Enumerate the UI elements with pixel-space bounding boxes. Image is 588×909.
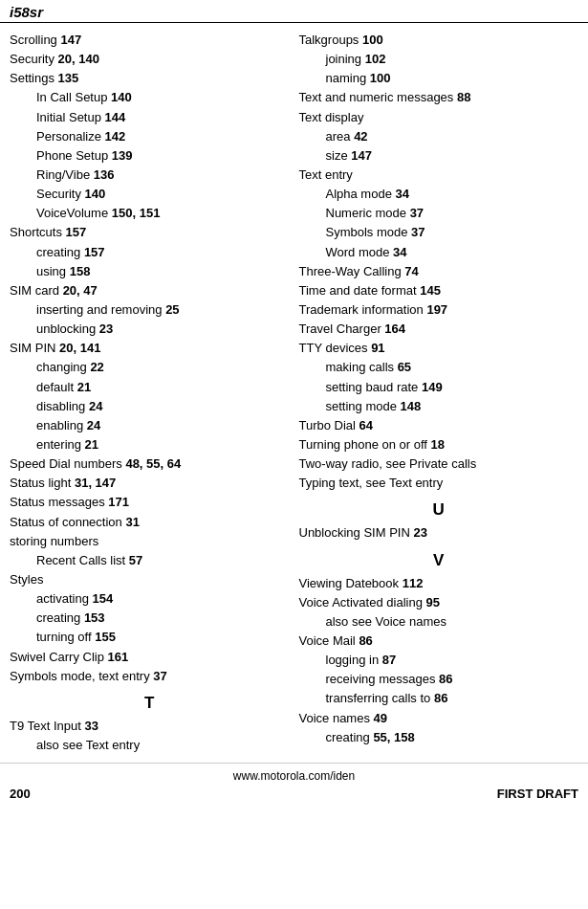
list-item: In Call Setup 140 (10, 88, 290, 107)
list-item: Voice Activated dialing 95 (299, 593, 579, 612)
list-item: Typing text, see Text entry (299, 474, 579, 493)
list-item: activating 154 (10, 589, 290, 609)
list-item: enabling 24 (10, 416, 290, 435)
list-item: SIM card 20, 47 (10, 281, 290, 300)
list-item: turning off 155 (10, 628, 290, 647)
list-item: also see Voice names (299, 612, 579, 632)
list-item: Travel Charger 164 (299, 320, 579, 339)
list-item: Talkgroups 100 (299, 31, 579, 50)
list-item: naming 100 (299, 69, 579, 88)
list-item: Security 20, 140 (10, 50, 290, 69)
list-item: Turbo Dial 64 (299, 416, 579, 435)
list-item: T9 Text Input 33 (10, 717, 290, 736)
list-item: Ring/Vibe 136 (10, 166, 290, 185)
footer-website: www.motorola.com/iden (0, 769, 588, 783)
list-item: Recent Calls list 57 (10, 551, 290, 570)
page-number: 200 (10, 787, 31, 801)
list-item: making calls 65 (299, 358, 579, 377)
list-item: disabling 24 (10, 397, 290, 416)
footer-bottom: 200 FIRST DRAFT (0, 785, 588, 807)
list-item: Symbols mode 37 (299, 223, 579, 242)
list-item: creating 55, 158 (299, 728, 579, 747)
list-item: Status messages 171 (10, 493, 290, 512)
list-item: Status light 31, 147 (10, 474, 290, 493)
list-item: Two-way radio, see Private calls (299, 454, 579, 474)
list-item: Numeric mode 37 (299, 204, 579, 223)
list-item: VoiceVolume 150, 151 (10, 204, 290, 223)
list-item: size 147 (299, 146, 579, 166)
list-item: Viewing Datebook 112 (299, 574, 579, 593)
list-item: Time and date format 145 (299, 281, 579, 300)
list-item: Styles (10, 570, 290, 589)
list-item: Swivel Carry Clip 161 (10, 648, 290, 667)
list-item: Personalize 142 (10, 127, 290, 146)
list-item: creating 157 (10, 243, 290, 262)
list-item: Shortcuts 157 (10, 223, 290, 242)
list-item: Trademark information 197 (299, 300, 579, 320)
list-item: Text and numeric messages 88 (299, 88, 579, 107)
list-item: Speed Dial numbers 48, 55, 64 (10, 454, 290, 474)
list-item: Voice Mail 86 (299, 632, 579, 651)
list-item: TTY devices 91 (299, 339, 579, 358)
list-item: Text entry (299, 166, 579, 185)
section-letter: V (299, 551, 579, 570)
list-item: unblocking 23 (10, 320, 290, 339)
list-item: SIM PIN 20, 141 (10, 339, 290, 358)
list-item: Security 140 (10, 185, 290, 204)
list-item: Voice names 49 (299, 709, 579, 728)
list-item: Phone Setup 139 (10, 146, 290, 166)
header: i58sr (0, 0, 588, 23)
right-column: Talkgroups 100joining 102naming 100Text … (299, 31, 579, 755)
list-item: using 158 (10, 262, 290, 281)
list-item: Word mode 34 (299, 243, 579, 262)
list-item: Settings 135 (10, 69, 290, 88)
content: Scrolling 147Security 20, 140Settings 13… (0, 23, 588, 763)
list-item: Alpha mode 34 (299, 185, 579, 204)
list-item: Turning phone on or off 18 (299, 435, 579, 454)
list-item: setting mode 148 (299, 397, 579, 416)
list-item: also see Text entry (10, 736, 290, 755)
section-letter: U (299, 500, 579, 520)
list-item: Unblocking SIM PIN 23 (299, 523, 579, 543)
list-item: Text display (299, 108, 579, 127)
list-item: entering 21 (10, 435, 290, 454)
draft-label: FIRST DRAFT (497, 787, 578, 801)
footer: www.motorola.com/iden (0, 763, 588, 785)
list-item: receiving messages 86 (299, 670, 579, 689)
list-item: Symbols mode, text entry 37 (10, 667, 290, 686)
list-item: area 42 (299, 127, 579, 146)
list-item: logging in 87 (299, 651, 579, 670)
left-column: Scrolling 147Security 20, 140Settings 13… (10, 31, 290, 755)
list-item: storing numbers (10, 532, 290, 551)
header-logo: i58sr (10, 4, 43, 20)
list-item: Initial Setup 144 (10, 108, 290, 127)
section-letter: T (10, 694, 290, 713)
list-item: default 21 (10, 378, 290, 397)
list-item: Three-Way Calling 74 (299, 262, 579, 281)
list-item: creating 153 (10, 609, 290, 628)
list-item: Scrolling 147 (10, 31, 290, 50)
list-item: Status of connection 31 (10, 513, 290, 532)
list-item: changing 22 (10, 358, 290, 377)
list-item: transferring calls to 86 (299, 689, 579, 708)
list-item: inserting and removing 25 (10, 300, 290, 320)
list-item: joining 102 (299, 50, 579, 69)
list-item: setting baud rate 149 (299, 378, 579, 397)
